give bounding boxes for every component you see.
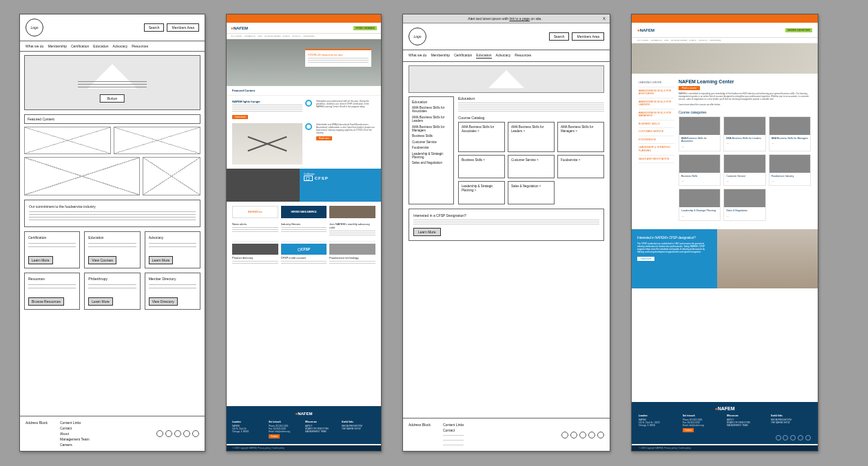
nav-item[interactable]: Membership [431,53,450,59]
nav-item[interactable]: Advocacy [113,44,128,48]
promo-card[interactable]: HEROES MAKE AMERICA [281,206,327,218]
search-button[interactable]: Search [549,32,570,41]
nav-item[interactable]: What we do [25,44,43,48]
sidebar-item[interactable]: Foodservice [412,146,451,149]
search-button[interactable]: Search [144,23,165,32]
social-icon[interactable] [165,430,172,437]
category-card[interactable]: Business Skills→ [679,154,721,187]
nav-item[interactable]: EVENTS [283,35,290,37]
resource-card[interactable]: ▢CFSPCFSP credit courses [281,241,327,265]
logo[interactable]: ●NAFEM [231,26,248,30]
sidebar-item[interactable]: AMA Business Skills for Associates [412,106,451,114]
sidebar-item[interactable]: Customer Service [412,140,451,144]
nav-item-active[interactable]: Education [476,53,491,59]
nav-item[interactable]: Resources [132,44,148,48]
nav-item[interactable]: RESOURCES [304,35,315,37]
sidebar-item[interactable]: BUSINESS SKILLS [639,120,674,129]
nav-item[interactable]: CFSP [258,35,262,37]
nav-item[interactable]: WHAT WE DO [637,39,648,41]
sidebar-item[interactable]: Leadership & Strategic Planning [412,152,451,160]
cfsp-banner[interactable]: Certification▢ CFSP [227,169,381,202]
sidebar-item[interactable]: AMA BUSINESS SKILLS FOR MANAGERS [639,109,674,120]
social-icon[interactable] [776,435,781,441]
featured-card[interactable] [114,127,200,154]
social-icon[interactable] [790,435,796,441]
promo-card[interactable] [329,206,375,218]
close-icon[interactable]: X [603,17,606,21]
sidebar-item[interactable]: Business Skills [412,134,451,138]
resource-card[interactable]: Foodservice technology [329,241,375,265]
nav-item[interactable]: What we do [409,53,426,59]
social-icon[interactable] [579,432,586,438]
cta-button[interactable]: Learn more [232,115,248,119]
members-area-button[interactable]: Members Area [572,32,604,41]
category-card[interactable]: AMA Business Skills for Leaders→ [723,116,765,151]
learn-more-button[interactable]: Learn More [88,297,113,306]
cta-button[interactable]: Read more [316,136,332,140]
learn-more-button[interactable]: Learn More [413,228,441,236]
category-card[interactable]: Customer Service→ [723,154,765,187]
social-icon[interactable] [588,432,595,438]
logo[interactable]: ●NAFEM [637,28,654,32]
nav-item[interactable]: MEMBERSHIP [244,35,256,37]
learn-more-button[interactable]: Learn More [28,256,53,264]
nav-item[interactable]: ADVOCACY [292,35,302,37]
social-icon[interactable] [805,435,811,441]
category-card[interactable]: Foodservice > [557,155,604,178]
nav-item[interactable]: Membership [48,44,67,48]
footer-link[interactable]: Management Team [60,437,90,441]
nav-item[interactable]: RESOURCES [710,39,721,41]
alert-link[interactable]: link to a page [509,17,530,21]
nav-item[interactable]: WHAT WE DO [231,35,242,37]
social-icon[interactable] [156,430,163,437]
featured-card[interactable] [24,157,140,195]
category-card[interactable]: Sales & Negotiation→ [723,189,765,221]
sidebar-item[interactable]: SALES AND NEGOTIATION [639,156,674,164]
sidebar-item[interactable]: AMA BUSINESS SKILLS FOR LEADERS [639,98,674,109]
member-cta[interactable]: MEMBER DASHBOARD [785,28,812,32]
footer-link[interactable]: Careers [60,443,90,447]
category-card[interactable]: AMA Business Skills for Managers > [557,122,604,152]
nav-item[interactable]: CFSP [664,39,669,41]
nav-item[interactable]: Advocacy [496,53,511,59]
resource-card[interactable]: Product directory [232,241,278,265]
promo-card[interactable]: NAFEMShow [232,206,278,218]
contact-button[interactable]: Contact [269,434,280,438]
sidebar-item[interactable]: FOODSERVICE [639,136,674,145]
view-directory-button[interactable]: View Directory [149,297,178,306]
social-icon[interactable] [174,430,181,437]
footer-link[interactable]: Contact [60,426,90,430]
sidebar-item[interactable]: CUSTOMER SERVICE [639,128,674,136]
featured-card[interactable] [24,127,111,154]
nav-item[interactable]: Certification [71,44,89,48]
featured-card[interactable] [143,157,200,195]
category-card[interactable]: AMA Business Skills for Managers→ [769,116,811,151]
member-cta[interactable]: UPDATE DATABASE [353,26,377,30]
category-card[interactable]: AMA Business Skills for Associates→ [679,116,721,151]
footer-link[interactable]: About [60,432,90,436]
social-icon[interactable] [561,432,568,438]
category-card[interactable]: Sales & Negotiation > [508,181,555,204]
category-card[interactable]: Customer Service > [508,155,555,178]
category-card[interactable]: Business Skills > [458,155,505,178]
social-icon[interactable] [192,430,199,437]
sidebar-item[interactable]: LEARNING CENTER [639,79,674,87]
sidebar-item[interactable]: LEADERSHIP & STRATEGIC PLANNING [639,144,674,155]
category-card[interactable]: Foodservice Industry→ [769,154,811,187]
members-area-button[interactable]: Members Area [167,23,199,32]
sidebar-item[interactable]: Sales and Negotiation [412,161,451,165]
sidebar-item[interactable]: AMA Business Skills for Leaders [412,116,451,123]
sidebar-item[interactable]: AMA Business Skills for Managers [412,125,451,133]
nav-item[interactable]: Certification [454,53,472,59]
nav-item[interactable]: Resources [515,53,531,59]
nav-item[interactable]: ADVOCACY [699,39,708,41]
learn-more-button[interactable]: Learn More [149,256,174,264]
sidebar-item[interactable]: AMA BUSINESS SKILLS FOR ASSOCIATES [639,87,674,98]
social-icon[interactable] [798,435,803,441]
social-icon[interactable] [183,430,190,437]
contact-button[interactable]: Contact [683,428,694,432]
nav-item[interactable]: EVENTS [690,39,696,41]
nav-item[interactable]: MEMBERSHIP [650,39,662,41]
social-icon[interactable] [570,432,577,438]
category-card[interactable]: Leadership & Strategic Planning > [458,181,505,204]
